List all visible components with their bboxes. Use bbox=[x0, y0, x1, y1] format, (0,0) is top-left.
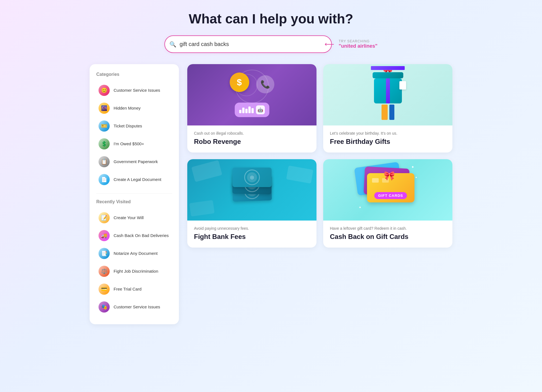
recently-visited-title: Recently Visited bbox=[96, 199, 172, 204]
free-trial-icon: 💳 bbox=[101, 286, 107, 292]
robo-revenge-title: Robo Revenge bbox=[194, 138, 310, 146]
sidebar-item-fight-job-discrimination[interactable]: ⚖️ Fight Job Discrimination bbox=[96, 263, 172, 280]
cash-back-gift-cards-subtitle: Have a leftover gift card? Redeem it in … bbox=[330, 226, 446, 231]
gift-books bbox=[382, 105, 394, 120]
gift-box: 🎀 bbox=[374, 78, 402, 103]
robo-revenge-body: Cash out on illegal robocalls. Robo Reve… bbox=[187, 125, 316, 153]
sidebar-item-label: Create Your Will bbox=[114, 215, 144, 221]
sidebar-item-label: Free Trial Card bbox=[114, 286, 142, 292]
giftcard-illustration: GIFT CARDS 🎀 ✦ ✦ ✦ bbox=[356, 162, 420, 218]
sidebar-item-label: Ticket Disputes bbox=[114, 123, 142, 129]
sidebar-item-cash-back-bad-deliveries[interactable]: 🚚 Cash Back On Bad Deliveries bbox=[96, 227, 172, 244]
robo-revenge-image: $ 📞 🤖 bbox=[187, 64, 316, 125]
fight-bank-fees-title: Fight Bank Fees bbox=[194, 233, 310, 241]
categories-title: Categories bbox=[96, 72, 172, 77]
sidebar-item-label: Create A Legal Document bbox=[114, 177, 161, 182]
customer-service-2-icon: 🎭 bbox=[101, 304, 107, 310]
fight-bank-fees-subtitle: Avoid paying unnecessary fees. bbox=[194, 226, 310, 231]
robo-illustration: $ 📞 🤖 bbox=[224, 70, 280, 120]
search-input[interactable] bbox=[164, 35, 332, 53]
content-grid: $ 📞 🤖 bbox=[187, 64, 452, 248]
book-1 bbox=[382, 105, 388, 120]
sidebar: Categories 😊 Customer Service Issues 🌆 H… bbox=[90, 64, 179, 324]
sidebar-item-government-paperwork[interactable]: 📋 Government Paperwork bbox=[96, 153, 172, 170]
try-searching-term: "united airlines" bbox=[339, 43, 377, 49]
sidebar-item-hidden-money[interactable]: 🌆 Hidden Money bbox=[96, 100, 172, 117]
birthday-gifts-title: Free Birthday Gifts bbox=[330, 138, 446, 146]
ribbon-vertical bbox=[386, 78, 390, 103]
fight-bank-fees-card[interactable]: $ $ ◎ Avoid paying unnecessary fees. Fig… bbox=[187, 159, 316, 248]
cash-back-gift-cards-image: GIFT CARDS 🎀 ✦ ✦ ✦ bbox=[323, 159, 452, 221]
sidebar-divider bbox=[96, 193, 172, 194]
bar-1 bbox=[239, 110, 241, 113]
robo-revenge-card[interactable]: $ 📞 🤖 bbox=[187, 64, 316, 153]
search-area: 🔍 ⟵ TRY SEARCHING "united airlines" bbox=[90, 35, 452, 53]
ribbon-horizontal bbox=[371, 66, 405, 70]
money-note-3: ◎ bbox=[232, 168, 272, 187]
cash-back-gift-cards-title: Cash Back on Gift Cards bbox=[330, 233, 446, 241]
hidden-money-icon: 🌆 bbox=[101, 105, 107, 111]
search-wrapper: 🔍 bbox=[164, 35, 332, 53]
chip-1 bbox=[372, 178, 379, 183]
bar-3 bbox=[245, 109, 248, 113]
birthday-gifts-subtitle: Let's celebrate your birthday. It's on u… bbox=[330, 131, 446, 135]
cash-back-gift-cards-card[interactable]: GIFT CARDS 🎀 ✦ ✦ ✦ Have a leftover gift … bbox=[323, 159, 452, 248]
sidebar-item-notarize-document[interactable]: 📑 Notarize Any Document bbox=[96, 245, 172, 262]
sidebar-item-customer-service-issues-2[interactable]: 🎭 Customer Service Issues bbox=[96, 299, 172, 315]
bar-4 bbox=[248, 107, 251, 113]
cash-back-gift-cards-body: Have a leftover gift card? Redeem it in … bbox=[323, 221, 452, 248]
cash-back-deliveries-icon: 🚚 bbox=[101, 233, 107, 239]
gift-tag bbox=[399, 81, 406, 89]
money-stack: $ $ ◎ bbox=[232, 182, 272, 198]
dollar-circle: $ bbox=[230, 72, 249, 92]
search-icon: 🔍 bbox=[169, 41, 176, 48]
try-searching-hint: ⟵ TRY SEARCHING "united airlines" bbox=[339, 39, 377, 49]
arrow-icon: ⟵ bbox=[325, 40, 334, 48]
main-layout: Categories 😊 Customer Service Issues 🌆 H… bbox=[90, 64, 452, 324]
sidebar-item-label: Notarize Any Document bbox=[114, 251, 158, 256]
page-title: What can I help you with? bbox=[90, 11, 452, 26]
gc-stars-1: ✦ bbox=[411, 165, 414, 169]
gift-lid bbox=[373, 72, 403, 78]
robot-face: 🤖 bbox=[256, 105, 265, 114]
fight-bank-fees-image: $ $ ◎ bbox=[187, 159, 316, 221]
try-searching-label: TRY SEARCHING bbox=[339, 39, 370, 43]
gift-main-box bbox=[374, 78, 402, 103]
gc-bow: 🎀 bbox=[384, 170, 395, 181]
bg-note-2 bbox=[286, 165, 313, 183]
note-circle-3: ◎ bbox=[247, 172, 257, 182]
sidebar-item-customer-service-issues[interactable]: 😊 Customer Service Issues bbox=[96, 82, 172, 99]
phone-circle: 📞 bbox=[256, 75, 274, 93]
job-discrimination-icon: ⚖️ bbox=[101, 268, 107, 274]
create-will-icon: 📝 bbox=[101, 215, 107, 221]
birthday-gifts-body: Let's celebrate your birthday. It's on u… bbox=[323, 125, 452, 153]
sidebar-item-label: Customer Service Issues bbox=[114, 88, 160, 93]
book-2 bbox=[389, 105, 394, 120]
sidebar-item-label: Cash Back On Bad Deliveries bbox=[114, 233, 169, 238]
owed-500-icon: 💲 bbox=[101, 141, 107, 147]
customer-service-icon: 😊 bbox=[101, 87, 107, 93]
sidebar-item-label: Customer Service Issues bbox=[114, 304, 160, 310]
sidebar-item-free-trial-card[interactable]: 💳 Free Trial Card bbox=[96, 281, 172, 297]
robo-revenge-subtitle: Cash out on illegal robocalls. bbox=[194, 131, 310, 135]
sidebar-item-label: Hidden Money bbox=[114, 105, 141, 111]
page-container: What can I help you with? 🔍 ⟵ TRY SEARCH… bbox=[90, 11, 452, 324]
gift-illustration: 🎀 bbox=[374, 70, 402, 120]
birthday-gifts-image: 🎀 bbox=[323, 64, 452, 125]
sidebar-item-label: I'm Owed $500+ bbox=[114, 141, 144, 147]
robo-bars bbox=[239, 107, 254, 113]
gc-stars-2: ✦ bbox=[415, 176, 417, 179]
sidebar-item-owed-500[interactable]: 💲 I'm Owed $500+ bbox=[96, 135, 172, 152]
government-icon: 📋 bbox=[101, 159, 107, 165]
bar-5 bbox=[251, 108, 254, 113]
sidebar-item-create-legal-document[interactable]: 📄 Create A Legal Document bbox=[96, 171, 172, 188]
sidebar-item-create-your-will[interactable]: 📝 Create Your Will bbox=[96, 209, 172, 226]
birthday-gifts-card[interactable]: 🎀 bbox=[323, 64, 452, 153]
robo-bot-card: 🤖 bbox=[235, 103, 269, 117]
legal-document-icon: 📄 bbox=[101, 176, 107, 183]
bg-note-3 bbox=[189, 200, 215, 216]
sidebar-item-ticket-disputes[interactable]: 🎫 Ticket Disputes bbox=[96, 118, 172, 134]
sidebar-item-label: Fight Job Discrimination bbox=[114, 268, 158, 274]
gift-cards-badge: GIFT CARDS bbox=[374, 192, 407, 199]
notarize-icon: 📑 bbox=[101, 250, 107, 257]
